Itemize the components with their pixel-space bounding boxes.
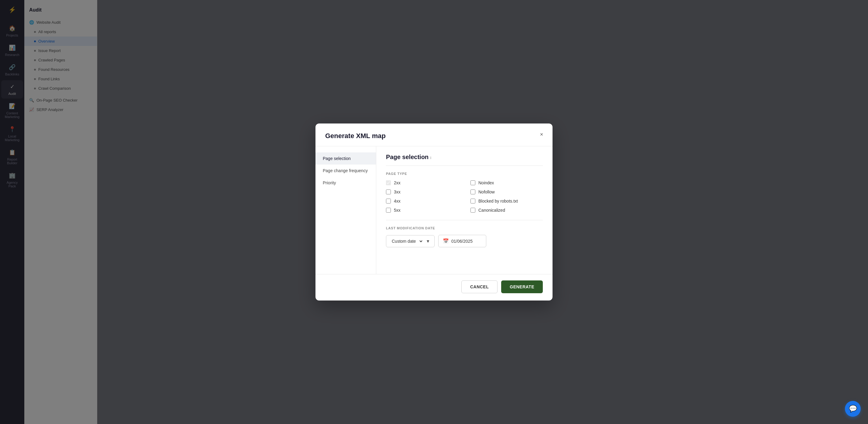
checkbox-noindex-label: Noindex <box>478 180 494 185</box>
section-divider-2 <box>386 220 543 220</box>
checkbox-5xx-input[interactable] <box>386 208 391 213</box>
cancel-button[interactable]: CANCEL <box>461 280 498 293</box>
checkbox-blocked-input[interactable] <box>470 199 475 203</box>
page-type-label: PAGE TYPE <box>386 172 543 175</box>
checkbox-canonicalized-input[interactable] <box>470 208 475 213</box>
modal-close-button[interactable]: × <box>537 130 547 139</box>
chevron-down-icon: ▼ <box>426 239 430 244</box>
checkbox-blocked[interactable]: Blocked by robots.txt <box>470 199 543 203</box>
generate-button[interactable]: GENERATE <box>501 280 543 293</box>
checkbox-3xx-input[interactable] <box>386 190 391 194</box>
modal-nav-page-selection[interactable]: Page selection <box>315 152 376 165</box>
info-icon[interactable]: i <box>430 156 431 160</box>
modal-footer: CANCEL GENERATE <box>315 274 553 301</box>
modal-main-content: Page selection i PAGE TYPE 2xx Noindex <box>376 146 553 274</box>
modal-body: Page selection Page change frequency Pri… <box>315 146 553 274</box>
calendar-icon: 📅 <box>443 238 449 244</box>
date-dropdown[interactable]: Custom date Any date Last week Last mont… <box>386 235 435 247</box>
generate-xml-modal: Generate XML map × Page selection Page c… <box>315 123 553 301</box>
date-dropdown-select[interactable]: Custom date Any date Last week Last mont… <box>391 238 423 244</box>
checkbox-4xx-input[interactable] <box>386 199 391 203</box>
chat-icon: 💬 <box>849 405 857 413</box>
checkbox-4xx-label: 4xx <box>394 199 401 203</box>
modal-title: Generate XML map <box>325 132 543 140</box>
section-title-row: Page selection i <box>386 153 543 162</box>
date-row: Custom date Any date Last week Last mont… <box>386 235 543 247</box>
last-mod-label: LAST MODIFICATION DATE <box>386 226 543 230</box>
checkbox-2xx[interactable]: 2xx <box>386 180 458 185</box>
modal-nav-priority[interactable]: Priority <box>315 177 376 189</box>
checkbox-2xx-label: 2xx <box>394 180 401 185</box>
checkbox-3xx[interactable]: 3xx <box>386 190 458 194</box>
modal-nav-page-change-frequency[interactable]: Page change frequency <box>315 165 376 177</box>
chat-button[interactable]: 💬 <box>845 401 861 417</box>
checkbox-nofollow-label: Nofollow <box>478 190 495 194</box>
modal-overlay: Generate XML map × Page selection Page c… <box>0 0 868 424</box>
checkbox-nofollow[interactable]: Nofollow <box>470 190 543 194</box>
date-input-container: 📅 <box>438 235 486 247</box>
checkbox-canonicalized[interactable]: Canonicalized <box>470 208 543 213</box>
checkbox-5xx-label: 5xx <box>394 208 401 213</box>
modal-header: Generate XML map × <box>315 123 553 146</box>
checkbox-canonicalized-label: Canonicalized <box>478 208 505 213</box>
checkbox-5xx[interactable]: 5xx <box>386 208 458 213</box>
checkbox-noindex-input[interactable] <box>470 180 475 185</box>
checkbox-3xx-label: 3xx <box>394 190 401 194</box>
checkbox-4xx[interactable]: 4xx <box>386 199 458 203</box>
checkbox-blocked-label: Blocked by robots.txt <box>478 199 518 203</box>
checkbox-2xx-input[interactable] <box>386 180 391 185</box>
checkbox-noindex[interactable]: Noindex <box>470 180 543 185</box>
date-input[interactable] <box>451 239 482 244</box>
modal-nav: Page selection Page change frequency Pri… <box>315 146 376 274</box>
checkbox-nofollow-input[interactable] <box>470 190 475 194</box>
section-title: Page selection <box>386 153 429 161</box>
page-type-checkboxes: 2xx Noindex 3xx Nofollow <box>386 180 543 213</box>
